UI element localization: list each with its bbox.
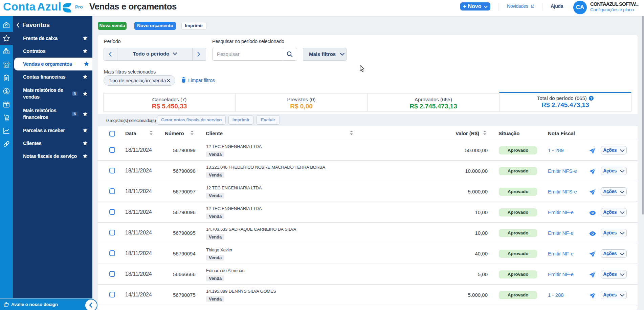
svg-text:?: ? — [590, 97, 592, 100]
